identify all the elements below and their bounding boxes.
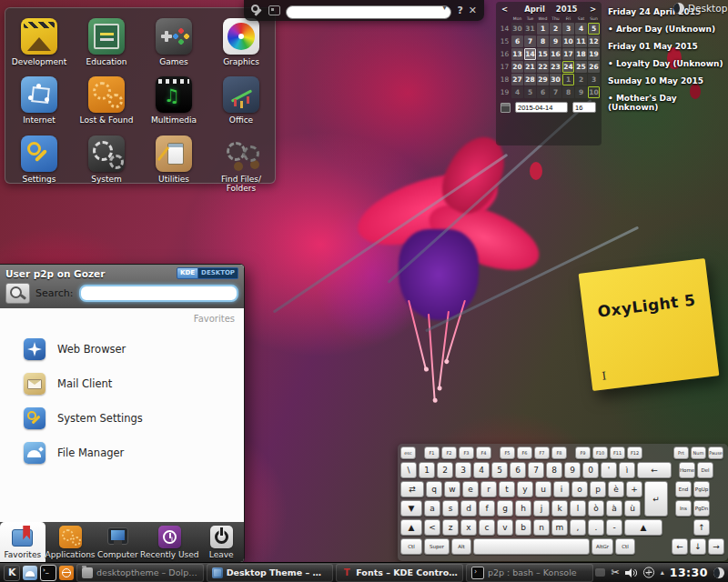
wrench-icon[interactable] — [251, 5, 263, 16]
desktop-icon-education[interactable]: Education — [73, 8, 140, 66]
calendar-day[interactable]: 10 — [588, 86, 600, 98]
calendar-date-input[interactable] — [515, 102, 568, 113]
calendar-day[interactable]: 19 — [588, 48, 600, 60]
key-prt[interactable]: Prt — [673, 447, 689, 459]
desktop-icon-office[interactable]: Office — [207, 66, 275, 125]
calendar-day[interactable]: 9 — [550, 35, 561, 47]
favorite-item-mail-client[interactable]: Mail Client — [0, 366, 244, 401]
home-key[interactable]: Home — [679, 462, 695, 478]
tab-recently-used[interactable]: Recently Used — [140, 522, 198, 562]
arrow-right-key[interactable]: → — [708, 538, 724, 555]
u-grave-key[interactable]: ù — [624, 500, 641, 517]
tab-key[interactable]: ⇄ — [400, 481, 424, 497]
calendar-day[interactable]: 4 — [575, 23, 587, 35]
j-key[interactable]: j — [533, 500, 550, 517]
f-key[interactable]: f — [479, 500, 495, 517]
x-key[interactable]: x — [460, 519, 477, 536]
calendar-day[interactable]: 5 — [524, 86, 536, 98]
o-grave-key[interactable]: ò — [588, 500, 604, 517]
calendar-week-input[interactable] — [572, 102, 596, 113]
key-f3[interactable]: F3 — [459, 447, 474, 459]
search-input[interactable] — [79, 285, 239, 302]
i-grave-key[interactable]: ì — [619, 462, 635, 478]
w-key[interactable]: w — [444, 481, 460, 497]
chevron-down-icon[interactable]: ▾ — [442, 4, 446, 12]
delete-key[interactable]: Del — [697, 462, 713, 478]
t-key[interactable]: t — [499, 481, 515, 497]
desktop-icon-lost-found[interactable]: Lost & Found — [73, 66, 140, 125]
calendar-day[interactable]: 9 — [575, 86, 587, 98]
apostrophe-key[interactable]: ' — [601, 462, 617, 478]
key-f5[interactable]: F5 — [500, 447, 515, 459]
enter-key[interactable]: ↵ — [644, 481, 668, 517]
calendar-day[interactable]: 23 — [550, 61, 561, 73]
ctrl-right-key[interactable]: Ctl — [615, 538, 635, 555]
help-button[interactable]: ? — [457, 5, 462, 15]
k-key[interactable]: k — [551, 500, 568, 517]
period-key[interactable]: . — [588, 519, 604, 536]
s-key[interactable]: s — [442, 500, 459, 517]
calendar-day[interactable]: 8 — [537, 35, 549, 47]
clock[interactable]: 13:30 — [670, 566, 708, 579]
d-key[interactable]: d — [460, 500, 477, 517]
minus-key[interactable]: - — [606, 519, 622, 536]
key-f7[interactable]: F7 — [534, 447, 550, 459]
calendar-day[interactable]: 25 — [575, 61, 587, 73]
calendar-day[interactable]: 15 — [537, 48, 549, 60]
calendar-next-button[interactable]: > — [590, 5, 596, 14]
insert-key[interactable]: Ins — [675, 500, 692, 517]
calendar-day[interactable]: 14 — [524, 48, 536, 60]
calendar-day[interactable]: 1 — [562, 74, 574, 85]
key-f12[interactable]: F12 — [627, 447, 642, 459]
krunner-input[interactable] — [286, 5, 451, 19]
calendar-day[interactable]: 28 — [524, 74, 536, 85]
panel-cashew-icon[interactable] — [713, 567, 724, 578]
v-key[interactable]: v — [497, 519, 513, 536]
calendar-day[interactable]: 31 — [524, 23, 536, 35]
4-key[interactable]: 4 — [473, 462, 490, 478]
desktop-toolbox[interactable]: Desktop — [673, 3, 727, 14]
calendar-day[interactable]: 3 — [562, 23, 574, 35]
calendar-day[interactable]: 6 — [511, 35, 523, 47]
calendar-day[interactable]: 20 — [511, 61, 523, 73]
calendar-day[interactable]: 26 — [588, 61, 600, 73]
calendar-day[interactable]: 13 — [511, 48, 523, 60]
desktop-icon-system[interactable]: System — [73, 125, 140, 194]
taskbar-task-p2p-bash-konsole[interactable]: p2p : bash – Konsole — [466, 564, 593, 582]
page-down-key[interactable]: PgDn — [693, 500, 710, 517]
arrow-up-key[interactable]: ↑ — [693, 519, 710, 536]
key-esc[interactable]: esc — [400, 447, 416, 459]
e-grave-key[interactable]: è — [608, 481, 624, 497]
calendar-day[interactable]: 2 — [575, 74, 587, 85]
key-f2[interactable]: F2 — [441, 447, 457, 459]
calendar-day[interactable]: 29 — [537, 74, 549, 85]
m-key[interactable]: m — [551, 519, 568, 536]
calendar-day[interactable]: 17 — [562, 48, 574, 60]
volume-icon[interactable] — [625, 567, 637, 578]
desktop-icon-multimedia[interactable]: Multimedia — [140, 66, 207, 125]
device-notifier-icon[interactable] — [642, 567, 655, 578]
calendar-day[interactable]: 21 — [524, 61, 536, 73]
y-key[interactable]: y — [517, 481, 533, 497]
q-key[interactable]: q — [426, 481, 442, 497]
calendar-day[interactable]: 2 — [550, 23, 561, 35]
ctrl-left-key[interactable]: Ctl — [400, 538, 422, 555]
key-f1[interactable]: F1 — [424, 447, 440, 459]
e-key[interactable]: e — [462, 481, 479, 497]
calendar-day[interactable]: 16 — [550, 48, 561, 60]
tray-status-icon[interactable] — [595, 568, 605, 577]
calendar-day[interactable]: 22 — [537, 61, 549, 73]
konqueror-icon[interactable] — [59, 566, 74, 580]
tab-applications[interactable]: Applications — [46, 522, 96, 562]
calendar-day[interactable]: 5 — [588, 23, 600, 35]
p-key[interactable]: p — [590, 481, 606, 497]
super-key[interactable]: Super — [424, 538, 450, 555]
taskbar-task-desktop-theme-kde-control-module[interactable]: Desktop Theme – KDE Control Module — [207, 564, 334, 582]
calendar-day[interactable]: 8 — [562, 86, 574, 98]
close-button[interactable]: ✕ — [469, 5, 477, 15]
tab-favorites[interactable]: Favorites — [0, 522, 46, 562]
calendar-day[interactable]: 30 — [550, 74, 561, 85]
calendar-day[interactable]: 4 — [511, 86, 523, 98]
1-key[interactable]: 1 — [419, 462, 435, 478]
tab-computer[interactable]: Computer — [96, 522, 141, 562]
